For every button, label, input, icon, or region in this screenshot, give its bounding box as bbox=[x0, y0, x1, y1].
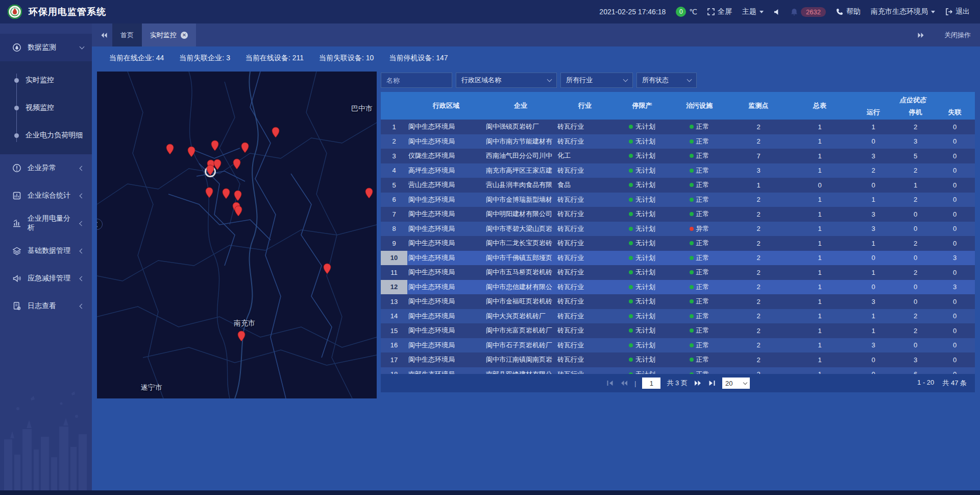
page-number-input[interactable] bbox=[642, 378, 660, 389]
table-row[interactable]: 17阆中生态环境局阆中市江南镇阆南页岩砖瓦行业无计划正常21030 bbox=[381, 352, 975, 367]
prev-page-button[interactable] bbox=[620, 380, 628, 386]
region-filter-select[interactable]: 行政区域名称 bbox=[456, 73, 557, 88]
col-running[interactable]: 运行 bbox=[850, 105, 896, 120]
cell-company: 阆中明阳建材有限公司 bbox=[485, 207, 556, 222]
page-size-select[interactable]: 20 bbox=[722, 378, 750, 389]
cell-total-meter: 1 bbox=[789, 236, 850, 251]
table-row[interactable]: 13阆中生态环境局阆中市金福旺页岩机砖砖瓦行业无计划正常21300 bbox=[381, 294, 975, 309]
map-pin[interactable] bbox=[206, 164, 214, 176]
row-number: 6 bbox=[381, 193, 407, 207]
mute-button[interactable] bbox=[774, 9, 780, 15]
tabs-scroll-left-button[interactable] bbox=[96, 23, 112, 46]
col-company[interactable]: 企业 bbox=[485, 92, 556, 120]
table-row[interactable]: 16阆中生态环境局阆中市石子页岩机砖厂砖瓦行业无计划正常21300 bbox=[381, 338, 975, 353]
first-page-button[interactable] bbox=[606, 380, 614, 386]
industry-filter-select[interactable]: 所有行业 bbox=[560, 73, 633, 88]
sidebar-item-data-monitor[interactable]: 数据监测 bbox=[0, 34, 92, 61]
datetime-text: 2021-02-25 17:46:18 bbox=[599, 8, 666, 16]
col-stopped[interactable]: 停机 bbox=[896, 105, 935, 120]
map-pin[interactable] bbox=[233, 158, 241, 170]
table-row[interactable]: 9阆中生态环境局阆中市二龙长宝页岩砖砖瓦行业无计划正常21120 bbox=[381, 236, 975, 251]
map-pin[interactable] bbox=[237, 331, 246, 342]
cell-total-meter: 1 bbox=[789, 367, 850, 374]
cell-monitor-points: 3 bbox=[728, 163, 789, 178]
cell-industry: 砖瓦行业 bbox=[556, 352, 614, 367]
table-row[interactable]: 14阆中生态环境局阆中大兴页岩机砖厂砖瓦行业无计划正常21120 bbox=[381, 309, 975, 324]
status-bar: 当前在线企业: 44当前失联企业: 3当前在线设备: 211当前失联设备: 10… bbox=[92, 46, 980, 69]
table-row[interactable]: 15阆中生态环境局阆中市光富页岩机砖厂砖瓦行业无计划正常21120 bbox=[381, 323, 975, 338]
map-pin[interactable] bbox=[205, 187, 213, 198]
table-row[interactable]: 7阆中生态环境局阆中明阳建材有限公司砖瓦行业无计划正常21300 bbox=[381, 207, 975, 222]
col-disconnected[interactable]: 失联 bbox=[935, 105, 975, 120]
table-row[interactable]: 8阆中生态环境局阆中市枣碧大梁山页岩砖瓦行业无计划异常21300 bbox=[381, 222, 975, 237]
sidebar-item-enterprise-abnormal[interactable]: 企业异常 bbox=[0, 154, 92, 182]
map-pin[interactable] bbox=[365, 187, 373, 199]
user-org-menu[interactable]: 南充市生态环境局 bbox=[871, 7, 935, 16]
cell-monitor-points: 2 bbox=[728, 193, 789, 207]
sidebar-subitem[interactable]: 实时监控 bbox=[0, 66, 92, 94]
table-row[interactable]: 12阆中生态环境局阆中市忠信建材有限公砖瓦行业无计划正常21003 bbox=[381, 280, 975, 295]
status-dot bbox=[629, 139, 633, 144]
cell-stop-production: 无计划 bbox=[614, 236, 671, 251]
table-row[interactable]: 6阆中生态环境局阆中市金博瑞新型墙材砖瓦行业无计划正常21120 bbox=[381, 193, 975, 207]
col-stop-production[interactable]: 停限产 bbox=[614, 92, 671, 120]
close-actions-button[interactable]: 关闭操作 bbox=[944, 31, 971, 40]
map-pin[interactable] bbox=[234, 190, 242, 201]
status-filter-select[interactable]: 所有状态 bbox=[636, 73, 697, 88]
col-monitor-points[interactable]: 监测点 bbox=[728, 92, 789, 120]
col-region[interactable]: 行政区域 bbox=[407, 92, 485, 120]
cell-pollution-facility: 正常 bbox=[671, 178, 728, 193]
map-pin[interactable] bbox=[323, 263, 331, 274]
map-pin[interactable] bbox=[166, 144, 174, 155]
table-row[interactable]: 2阆中生态环境局阆中市南方节能建材有砖瓦行业无计划正常21030 bbox=[381, 134, 975, 149]
tabs-scroll-right-button[interactable] bbox=[913, 23, 929, 46]
table-row[interactable]: 3仪陇生态环境局西南油气田分公司川中化工无计划正常71350 bbox=[381, 149, 975, 163]
tab-close-icon[interactable]: ✕ bbox=[181, 32, 188, 39]
theme-menu[interactable]: 主题 bbox=[742, 7, 764, 16]
name-filter-input[interactable] bbox=[381, 73, 452, 88]
table-row[interactable]: 11阆中生态环境局阆中市五马桥页岩机砖砖瓦行业无计划正常21120 bbox=[381, 265, 975, 280]
sidebar-subitem[interactable]: 视频监控 bbox=[0, 94, 92, 122]
sidebar-subitem[interactable]: 企业电力负荷明细 bbox=[0, 122, 92, 149]
sidebar-item-base-data[interactable]: 基础数据管理 bbox=[0, 237, 92, 265]
logout-button[interactable]: 退出 bbox=[945, 7, 970, 16]
map-pin[interactable] bbox=[241, 142, 249, 153]
cell-monitor-points: 2 bbox=[728, 323, 789, 338]
map-pin[interactable] bbox=[234, 205, 242, 217]
help-button[interactable]: 帮助 bbox=[836, 7, 861, 16]
cell-company: 阆中市千佛镇五郎垭页 bbox=[485, 251, 556, 266]
sidebar-item-emergency-reduction[interactable]: 应急减排管理 bbox=[0, 265, 92, 292]
cell-region: 阆中生态环境局 bbox=[407, 323, 485, 338]
map-pin[interactable] bbox=[222, 188, 230, 199]
table-row[interactable]: 1阆中生态环境局阆中强锐页岩砖厂砖瓦行业无计划正常21120 bbox=[381, 120, 975, 134]
cell-pollution-facility: 正常 bbox=[671, 193, 728, 207]
table-row[interactable]: 18南部生态环境局南部县双峰建材有限公砖瓦行业无计划正常21060 bbox=[381, 367, 975, 374]
table-row[interactable]: 5营山生态环境局营山县润丰肉食品有限食品无计划正常10010 bbox=[381, 178, 975, 193]
cell-company: 阆中市枣碧大梁山页岩 bbox=[485, 222, 556, 237]
sidebar-item-enterprise-stats[interactable]: 企业综合统计 bbox=[0, 182, 92, 209]
col-pollution-facility[interactable]: 治污设施 bbox=[671, 92, 728, 120]
cell-company: 阆中市忠信建材有限公 bbox=[485, 280, 556, 295]
tab-realtime-monitor[interactable]: 实时监控 ✕ bbox=[142, 23, 196, 46]
tab-home[interactable]: 首页 bbox=[112, 23, 142, 46]
notifications-button[interactable]: 2632 bbox=[791, 7, 826, 17]
map-pin[interactable] bbox=[211, 140, 219, 151]
cell-stop-production: 无计划 bbox=[614, 149, 671, 163]
sidebar-item-log-view[interactable]: 日志查看 bbox=[0, 292, 92, 320]
cell-monitor-points: 2 bbox=[728, 338, 789, 353]
sidebar-item-power-analysis[interactable]: 企业用电量分析 bbox=[0, 209, 92, 237]
cell-pollution-facility: 正常 bbox=[671, 323, 728, 338]
col-total-meter[interactable]: 总表 bbox=[789, 92, 850, 120]
cell-region: 高坪生态环境局 bbox=[407, 163, 485, 178]
map-pin[interactable] bbox=[187, 146, 195, 157]
table-row[interactable]: 4高坪生态环境局南充市高坪区王家店建砖瓦行业无计划正常31220 bbox=[381, 163, 975, 178]
last-page-button[interactable] bbox=[708, 380, 716, 386]
sidebar: 数据监测实时监控视频监控企业电力负荷明细企业异常企业综合统计企业用电量分析基础数… bbox=[0, 23, 92, 490]
col-industry[interactable]: 行业 bbox=[556, 92, 614, 120]
next-page-button[interactable] bbox=[694, 380, 702, 386]
cell-pollution-facility: 正常 bbox=[671, 251, 728, 266]
fullscreen-button[interactable]: 全屏 bbox=[707, 7, 732, 16]
map-panel[interactable]: 巴中市南充市遂宁市 bbox=[97, 72, 377, 398]
table-row[interactable]: 10阆中生态环境局阆中市千佛镇五郎垭页砖瓦行业无计划正常21003 bbox=[381, 251, 975, 266]
map-pin[interactable] bbox=[272, 127, 280, 138]
